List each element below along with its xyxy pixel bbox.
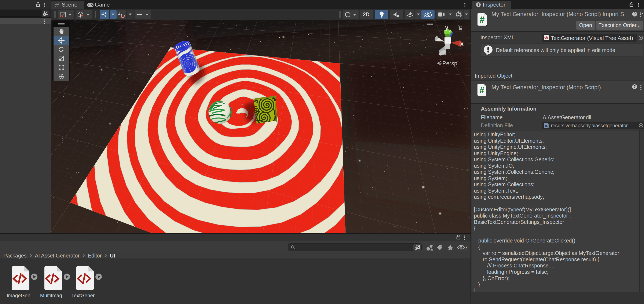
svg-text:Y: Y [104, 14, 107, 18]
svg-text:y: y [445, 24, 448, 31]
svg-text:z: z [449, 28, 451, 33]
svg-text:Persp: Persp [442, 60, 458, 67]
svg-text:#: # [480, 14, 484, 24]
svg-text:x: x [460, 40, 464, 47]
svg-text:#: # [480, 85, 484, 95]
svg-text:x: x [398, 15, 400, 18]
